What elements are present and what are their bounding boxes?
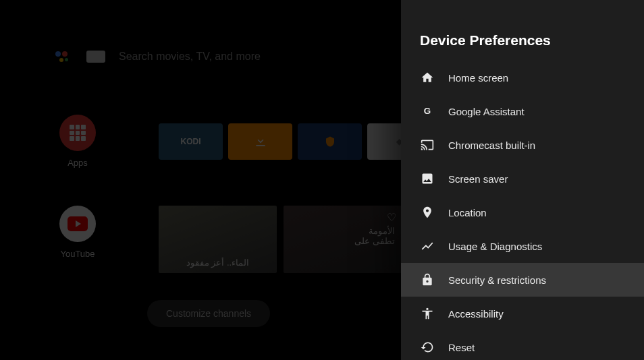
content-thumbnail-2[interactable]: ♡ الأمومة تطفى على [284, 206, 402, 273]
accessibility-icon [420, 306, 435, 321]
settings-item-label: Accessibility [448, 308, 504, 320]
app-tile-downloader[interactable] [228, 123, 292, 160]
location-icon [420, 205, 435, 220]
svg-text:G: G [424, 106, 431, 116]
settings-item-label: Reset [448, 342, 475, 353]
settings-item-reset[interactable]: Reset [401, 330, 644, 360]
settings-item-label: Chromecast built-in [448, 140, 535, 151]
settings-item-label: Location [448, 207, 487, 218]
lock-icon [420, 272, 435, 287]
device-preferences-panel: Device Preferences Home screen G Google … [401, 0, 644, 360]
app-tile-openvpn[interactable] [298, 123, 362, 160]
customize-channels-button[interactable]: Customize channels [147, 300, 270, 327]
settings-item-accessibility[interactable]: Accessibility [401, 297, 644, 330]
settings-item-chromecast[interactable]: Chromecast built-in [401, 128, 644, 162]
settings-item-screen-saver[interactable]: Screen saver [401, 162, 644, 196]
youtube-label: YouTube [60, 249, 95, 259]
settings-item-security-restrictions[interactable]: Security & restrictions [401, 263, 644, 297]
heart-icon: ♡ [387, 211, 396, 224]
chart-icon [420, 239, 435, 253]
settings-item-label: Screen saver [448, 173, 508, 185]
content-thumbnail-1[interactable]: الماء.. أعز مفقود [159, 206, 277, 273]
app-tile-kodi[interactable]: KODI [159, 123, 223, 160]
settings-item-location[interactable]: Location [401, 196, 644, 229]
keyboard-icon [86, 51, 105, 63]
apps-label: Apps [68, 158, 88, 168]
settings-item-label: Home screen [448, 72, 508, 84]
settings-item-label: Usage & Diagnostics [448, 241, 542, 252]
settings-item-google-assistant[interactable]: G Google Assistant [401, 94, 644, 128]
settings-item-label: Security & restrictions [448, 274, 546, 286]
search-bar[interactable]: Search movies, TV, and more [54, 47, 261, 66]
reset-icon [420, 340, 435, 355]
apps-icon [59, 115, 96, 151]
assistant-icon [54, 47, 73, 66]
apps-channel-button[interactable]: Apps [51, 115, 105, 168]
settings-list: Home screen G Google Assistant Chromecas… [401, 61, 644, 360]
cast-icon [420, 138, 435, 152]
g-icon: G [420, 104, 435, 119]
panel-title: Device Preferences [401, 0, 644, 61]
settings-item-label: Google Assistant [448, 106, 525, 117]
youtube-icon [59, 206, 96, 242]
settings-item-home-screen[interactable]: Home screen [401, 61, 644, 94]
screensaver-icon [420, 171, 435, 186]
home-icon [420, 70, 435, 85]
youtube-channel-button[interactable]: YouTube [51, 206, 105, 259]
settings-item-usage-diagnostics[interactable]: Usage & Diagnostics [401, 229, 644, 263]
search-placeholder: Search movies, TV, and more [119, 51, 261, 63]
